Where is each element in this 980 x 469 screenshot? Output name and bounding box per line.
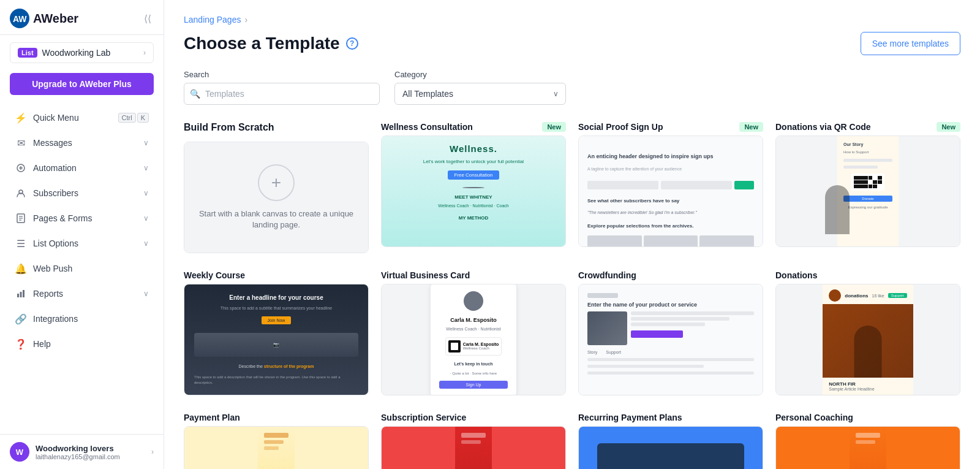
sidebar-item-label: Help <box>33 339 149 349</box>
expand-icon: ∨ <box>143 239 149 248</box>
sidebar-item-messages[interactable]: ✉ Messages ∨ <box>5 131 159 155</box>
template-card-social[interactable]: An enticing header designed to inspire s… <box>578 135 763 247</box>
sidebar-nav: ⚡ Quick Menu CtrlK ✉ Messages ∨ Automati… <box>0 105 164 357</box>
sidebar-item-help[interactable]: ❓ Help <box>5 332 159 356</box>
subscribers-icon <box>15 187 27 199</box>
help-icon: ❓ <box>15 338 27 350</box>
template-item-blank: Build From Scratch + Start with a blank … <box>184 122 369 253</box>
expand-icon: ∨ <box>143 164 149 172</box>
template-thumbnail-payment <box>184 427 368 469</box>
main-content: Landing Pages › Choose a Template ? See … <box>164 0 980 469</box>
account-info: Woodworking lovers laithalenazy165@gmail… <box>36 444 145 460</box>
template-name-wellness: Wellness Consultation <box>381 122 473 132</box>
template-header-payment: Payment Plan <box>184 413 369 426</box>
template-thumbnail-recurring: Recurring Payment Plans <box>579 427 763 469</box>
account-chevron-icon: › <box>151 448 154 456</box>
template-item-donations: Donations donations 16 like Support <box>775 270 960 395</box>
sidebar-item-web-push[interactable]: 🔔 Web Push <box>5 256 159 281</box>
avatar: W <box>10 442 29 462</box>
template-name-donations: Donations <box>775 270 817 280</box>
list-selector[interactable]: List Woodworking Lab › <box>10 42 154 63</box>
template-card-recurring[interactable]: Recurring Payment Plans <box>578 426 763 469</box>
sidebar-item-quick-menu[interactable]: ⚡ Quick Menu CtrlK <box>5 105 159 130</box>
template-card-donations-qr[interactable]: Our Story How to Support <box>775 135 960 247</box>
template-header-crowdfunding: Crowdfunding <box>578 270 763 284</box>
template-header-subscription: Subscription Service <box>381 413 566 426</box>
account-footer[interactable]: W Woodworking lovers laithalenazy165@gma… <box>0 434 164 469</box>
template-item-subscription: Subscription Service <box>381 413 566 469</box>
sidebar-item-label: Subscribers <box>33 188 137 198</box>
template-item-crowdfunding: Crowdfunding Enter the name of your prod… <box>578 270 763 395</box>
template-header-vbc: Virtual Business Card <box>381 270 566 284</box>
sidebar-item-label: Integrations <box>33 314 149 324</box>
template-card-payment[interactable] <box>184 426 369 469</box>
sidebar-header: AW AWeber ⟨⟨ <box>0 0 164 35</box>
templates-row-3: Payment Plan <box>184 413 960 469</box>
list-chevron-icon: › <box>143 48 146 57</box>
template-item-payment-plan: Payment Plan <box>184 413 369 469</box>
sidebar-item-reports[interactable]: Reports ∨ <box>5 281 159 306</box>
template-card-subscription[interactable] <box>381 426 566 469</box>
sidebar-item-label: List Options <box>33 238 137 248</box>
expand-icon: ∨ <box>143 139 149 147</box>
template-name-crowdfunding: Crowdfunding <box>578 270 636 280</box>
template-card-personal[interactable] <box>775 426 960 469</box>
template-thumbnail-subscription <box>382 427 565 469</box>
sidebar-item-subscribers[interactable]: Subscribers ∨ <box>5 181 159 205</box>
sidebar-item-label: Reports <box>33 289 137 299</box>
web-push-icon: 🔔 <box>15 262 27 275</box>
search-input[interactable] <box>184 83 380 105</box>
template-name-payment: Payment Plan <box>184 413 240 422</box>
template-card-crowdfunding[interactable]: Enter the name of your product or servic… <box>578 284 763 395</box>
sidebar-item-integrations[interactable]: 🔗 Integrations <box>5 307 159 331</box>
filter-row: Search 🔍 Category All Templates Landing … <box>184 70 960 105</box>
templates-grid-row3: Payment Plan <box>184 413 960 469</box>
upgrade-button[interactable]: Upgrade to AWeber Plus <box>10 73 154 95</box>
template-thumbnail-donations-qr: Our Story How to Support <box>776 136 960 246</box>
breadcrumb-separator: › <box>244 15 247 25</box>
template-card-weekly-course[interactable]: Enter a headline for your course This sp… <box>184 284 369 395</box>
template-name-weekly-course: Weekly Course <box>184 270 245 280</box>
list-name: Woodworking Lab <box>42 48 138 58</box>
pages-forms-icon <box>15 212 27 224</box>
category-group: Category All Templates Landing Pages Sig… <box>394 70 566 105</box>
template-card-vbc[interactable]: Carla M. Esposito Wellness Coach · Nutri… <box>381 284 566 395</box>
template-name-recurring: Recurring Payment Plans <box>578 413 682 422</box>
sidebar-item-list-options[interactable]: ☰ List Options ∨ <box>5 231 159 256</box>
sidebar-item-automation[interactable]: Automation ∨ <box>5 156 159 180</box>
breadcrumb-landing-pages[interactable]: Landing Pages <box>184 15 241 25</box>
template-item-wellness: Wellness Consultation New Wellness. Let'… <box>381 122 566 253</box>
search-label: Search <box>184 70 380 79</box>
aweber-logo: AW AWeber <box>10 9 78 28</box>
search-group: Search 🔍 <box>184 70 380 105</box>
vbc-card-preview: Carla M. Esposito Wellness Coach · Nutri… <box>431 284 516 395</box>
template-header-social: Social Proof Sign Up New <box>578 122 763 135</box>
collapse-sidebar-button[interactable]: ⟨⟨ <box>141 10 154 27</box>
help-tooltip-icon[interactable]: ? <box>346 37 358 50</box>
template-header-recurring: Recurring Payment Plans <box>578 413 763 426</box>
new-badge-donations-qr: New <box>937 122 960 132</box>
template-card-blank[interactable]: + Start with a blank canvas to create a … <box>184 142 369 253</box>
template-name-subscription: Subscription Service <box>381 413 466 422</box>
see-more-templates-button[interactable]: See more templates <box>861 32 960 55</box>
template-card-donations[interactable]: donations 16 like Support NORTH FIR Samp… <box>775 284 960 395</box>
template-thumbnail-social: An enticing header designed to inspire s… <box>579 136 763 246</box>
recurring-preview: Recurring Payment Plans <box>597 443 744 469</box>
template-header-personal: Personal Coaching <box>775 413 960 426</box>
template-name-vbc: Virtual Business Card <box>381 270 470 280</box>
templates-grid-row2: Weekly Course Enter a headline for your … <box>184 270 960 395</box>
category-select[interactable]: All Templates Landing Pages Sign Up Form… <box>394 83 566 105</box>
page-title: Choose a Template <box>184 34 340 53</box>
expand-icon: ∨ <box>143 214 149 223</box>
list-badge: List <box>18 48 37 58</box>
sidebar-item-label: Messages <box>33 138 137 148</box>
breadcrumb: Landing Pages › <box>184 15 960 25</box>
template-card-wellness[interactable]: Wellness. Let's work together to unlock … <box>381 135 566 247</box>
sidebar-item-label: Quick Menu <box>33 113 112 123</box>
template-header-donations-qr: Donations via QR Code New <box>775 122 960 135</box>
template-header-weekly-course: Weekly Course <box>184 270 369 284</box>
reports-icon <box>15 288 27 300</box>
blank-canvas-content: + Start with a blank canvas to create a … <box>184 152 368 243</box>
sidebar-item-pages-forms[interactable]: Pages & Forms ∨ <box>5 206 159 231</box>
list-options-icon: ☰ <box>15 237 27 250</box>
